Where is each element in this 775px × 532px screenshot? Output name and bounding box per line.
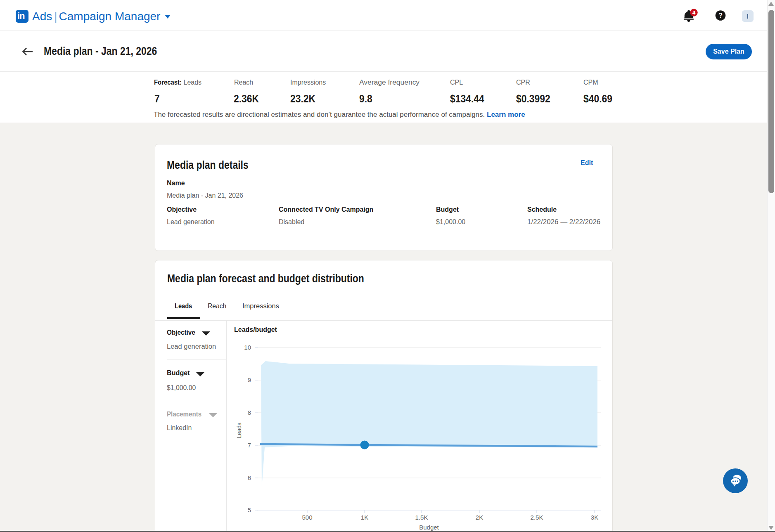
svg-text:8: 8 — [248, 409, 251, 416]
svg-text:7: 7 — [248, 442, 251, 449]
svg-text:1K: 1K — [361, 514, 368, 521]
svg-text:10: 10 — [244, 344, 251, 351]
svg-text:3K: 3K — [591, 514, 598, 521]
svg-text:Leads: Leads — [236, 423, 242, 438]
svg-text:Budget: Budget — [419, 524, 439, 531]
svg-text:5: 5 — [248, 506, 251, 513]
svg-text:500: 500 — [302, 514, 312, 521]
svg-text:2.5K: 2.5K — [531, 514, 543, 521]
svg-text:2K: 2K — [476, 514, 483, 521]
svg-text:9: 9 — [248, 376, 251, 383]
svg-text:4: 4 — [692, 9, 696, 16]
svg-text:6: 6 — [248, 474, 251, 481]
svg-text:1.5K: 1.5K — [415, 514, 428, 521]
svg-text:?: ? — [718, 12, 723, 19]
